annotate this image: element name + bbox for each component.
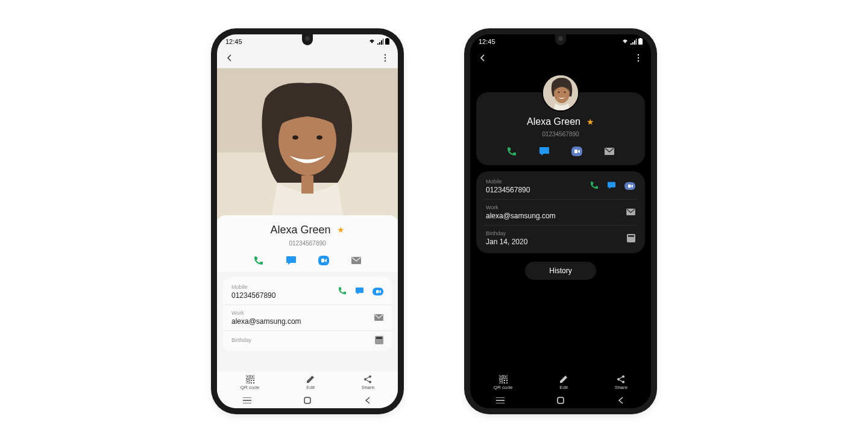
video-call-icon[interactable] [318,255,329,266]
signal-icon [377,39,383,45]
email-icon[interactable] [626,207,635,218]
svg-rect-18 [247,381,248,382]
detail-row-work[interactable]: Work alexa@samsung.com [223,305,392,331]
quick-actions [227,255,388,266]
mobile-value: 01234567890 [231,291,275,300]
back-icon[interactable] [225,54,234,62]
back-icon[interactable] [479,54,487,62]
front-camera [305,36,310,41]
favorite-star-icon[interactable]: ★ [337,225,345,235]
email-icon[interactable] [604,146,615,157]
svg-point-2 [385,54,386,55]
more-icon[interactable] [381,54,389,62]
video-call-icon[interactable] [624,182,635,190]
message-icon[interactable] [607,181,616,192]
contact-header-card: Alexa Green ★ 01234567890 [476,92,645,165]
quick-actions [483,146,638,157]
svg-rect-19 [251,380,252,381]
email-icon[interactable] [351,255,362,266]
svg-rect-47 [506,382,508,384]
contact-photo-hero[interactable] [217,68,398,219]
svg-rect-44 [504,380,505,381]
birthday-label: Birthday [231,337,251,343]
share-button[interactable]: Share [362,375,374,390]
front-camera [558,36,563,41]
email-icon[interactable] [374,312,383,323]
home-nav-icon[interactable] [555,397,567,404]
message-icon[interactable] [539,146,550,157]
call-icon[interactable] [506,146,517,157]
share-icon [363,375,372,384]
detail-row-mobile[interactable]: Mobile 01234567890 [223,279,392,305]
svg-point-35 [564,92,566,93]
svg-rect-45 [506,380,508,381]
work-label: Work [231,310,301,316]
qr-code-label: QR code [494,385,513,390]
calendar-icon[interactable] [375,336,383,344]
svg-point-3 [385,57,386,58]
edit-button[interactable]: Edit [306,375,315,390]
svg-rect-1 [386,38,388,39]
svg-rect-22 [253,382,254,384]
back-nav-icon[interactable] [615,397,627,404]
svg-rect-16 [247,376,248,377]
share-button[interactable]: Share [615,375,627,390]
message-icon[interactable] [286,255,297,266]
svg-point-9 [316,135,322,139]
home-nav-icon[interactable] [301,397,313,404]
message-icon[interactable] [355,286,364,297]
recents-nav-icon[interactable] [241,397,253,403]
battery-icon [385,38,389,45]
svg-point-8 [292,135,298,139]
nav-bar [217,393,398,408]
history-button[interactable]: History [525,262,596,280]
app-bar [217,48,398,68]
detail-row-birthday[interactable]: Birthday Jan 14, 2020 [483,226,638,251]
recents-nav-icon[interactable] [494,397,506,403]
contact-phone-display: 01234567890 [227,240,388,247]
svg-rect-0 [385,39,389,45]
edit-button[interactable]: Edit [559,375,568,390]
svg-point-25 [369,380,371,383]
birthday-value: Jan 14, 2020 [486,238,527,246]
share-label: Share [615,385,627,390]
svg-rect-21 [251,382,252,384]
svg-rect-41 [500,376,502,377]
back-nav-icon[interactable] [362,397,374,404]
svg-rect-17 [252,376,253,377]
mobile-label: Mobile [486,178,530,185]
svg-point-23 [369,375,371,377]
contact-avatar[interactable] [542,74,579,112]
svg-point-34 [558,92,560,93]
qr-code-button[interactable]: QR code [241,375,260,390]
call-icon[interactable] [590,181,599,192]
video-call-icon[interactable] [373,288,383,295]
mobile-label: Mobile [231,284,275,290]
calendar-icon[interactable] [627,234,635,242]
share-label: Share [362,385,374,390]
detail-row-birthday[interactable]: Birthday [223,331,392,349]
work-value: alexa@samsung.com [486,212,556,220]
more-icon[interactable] [634,54,643,62]
nav-bar [470,393,651,408]
svg-rect-27 [638,39,643,45]
call-icon[interactable] [338,286,347,297]
share-icon [617,375,625,384]
favorite-star-icon[interactable]: ★ [587,117,594,127]
contact-header: Alexa Green ★ 01234567890 [217,215,398,272]
svg-rect-46 [504,382,505,384]
svg-rect-42 [505,376,506,377]
bottom-toolbar: QR code Edit Share [470,371,651,393]
detail-row-mobile[interactable]: Mobile 01234567890 [483,174,638,200]
qr-code-button[interactable]: QR code [494,375,513,390]
edit-label: Edit [559,385,568,390]
contact-name: Alexa Green [270,224,330,236]
call-icon[interactable] [253,255,264,266]
app-bar [470,48,651,68]
signal-icon [631,39,637,45]
status-time: 12:45 [225,38,242,45]
video-call-icon[interactable] [571,146,582,157]
edit-icon [559,375,568,384]
detail-row-work[interactable]: Work alexa@samsung.com [483,200,638,226]
svg-rect-20 [253,380,254,381]
